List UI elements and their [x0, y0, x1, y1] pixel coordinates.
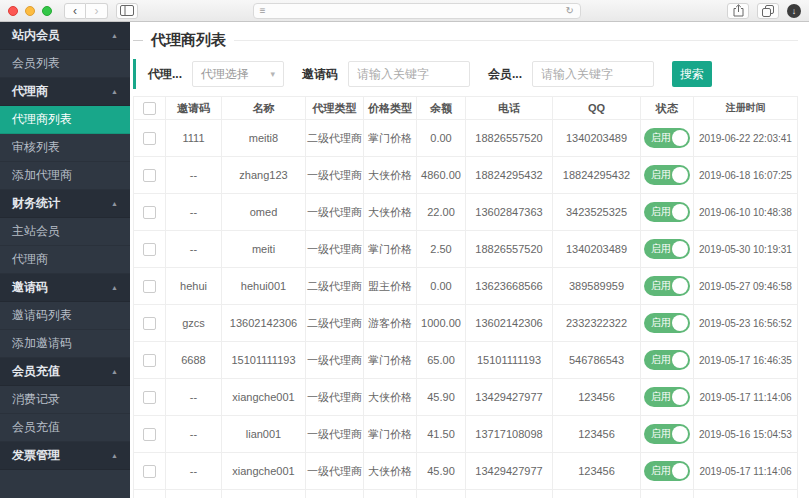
status-toggle-label: 启用 [651, 464, 671, 478]
table-row: 1111 meiti8 二级代理商 掌门价格 0.00 18826557520 … [134, 120, 797, 157]
tabs-overview-icon[interactable] [757, 3, 779, 19]
cell-price-type: 大侠价格 [364, 379, 417, 415]
cell-balance: 4860.00 [417, 157, 466, 193]
status-toggle-label: 启用 [651, 427, 671, 441]
table-row: hehui hehui001 二级代理商 盟主价格 0.00 136236685… [134, 268, 797, 305]
cell-price-type: 大侠价格 [364, 194, 417, 230]
sidebar-nav: 站内会员 ▲ 会员列表 代理商 ▲ 代理商列表 审核列表 [0, 22, 130, 498]
row-checkbox[interactable] [143, 391, 156, 404]
cell-qq: 2332322322 [553, 305, 641, 341]
sidebar-item[interactable]: 站内会员 ▲ [0, 22, 130, 50]
cell-price-type: 大侠价格 [364, 157, 417, 193]
table-row: -- xiangche001 一级代理商 大侠价格 45.90 13429427… [134, 379, 797, 416]
row-checkbox[interactable] [143, 354, 156, 367]
table-row: 6688 15101111193 一级代理商 掌门价格 65.00 151011… [134, 342, 797, 379]
status-toggle[interactable]: 启用 [644, 202, 690, 222]
sidebar-item-label: 会员充值 [12, 419, 60, 436]
collapse-arrow-icon: ▲ [111, 88, 118, 95]
sidebar-item[interactable]: 会员充值 ▲ [0, 358, 130, 386]
status-toggle-label: 启用 [651, 205, 671, 219]
row-checkbox[interactable] [143, 132, 156, 145]
share-icon[interactable] [727, 3, 749, 19]
collapse-arrow-icon: ▲ [111, 200, 118, 207]
sidebar-item-label: 添加邀请码 [12, 335, 72, 352]
sidebar-item[interactable]: 邀请码 ▲ [0, 274, 130, 302]
status-toggle[interactable]: 启用 [644, 165, 690, 185]
status-toggle-label: 启用 [651, 316, 671, 330]
row-checkbox[interactable] [143, 465, 156, 478]
cell-price-type: 掌门价格 [364, 120, 417, 156]
cell-price-type: 游客价格 [364, 305, 417, 341]
zoom-window-button[interactable] [42, 6, 52, 16]
history-nav: ‹ › [64, 3, 108, 19]
cell-agent-type: 一级代理商 [306, 194, 364, 230]
cell-name: lian001 [222, 490, 306, 498]
status-toggle[interactable]: 启用 [644, 313, 690, 333]
sidebar-item[interactable]: 代理商 [0, 246, 130, 274]
select-all-checkbox[interactable] [143, 102, 156, 115]
sidebar-item[interactable]: 发票管理 ▲ [0, 442, 130, 470]
page-title: 代理商列表 [151, 31, 226, 50]
col-header-reg-time: 注册时间 [694, 97, 797, 119]
col-header-name: 名称 [222, 97, 306, 119]
status-toggle-label: 启用 [651, 131, 671, 145]
member-input[interactable] [532, 61, 654, 87]
sidebar-item[interactable]: 添加代理商 [0, 162, 130, 190]
status-toggle[interactable]: 启用 [644, 128, 690, 148]
cell-phone: 18826557520 [466, 120, 553, 156]
cell-invite-code: -- [166, 453, 222, 489]
sidebar-item[interactable]: 代理商 ▲ [0, 78, 130, 106]
status-toggle[interactable]: 启用 [644, 461, 690, 481]
cell-agent-type: 一级代理商 [306, 453, 364, 489]
toggle-knob [672, 130, 688, 146]
sidebar-item[interactable]: 会员列表 [0, 50, 130, 78]
sidebar-item[interactable]: 消费记录 [0, 386, 130, 414]
sidebar-item[interactable]: 财务统计 ▲ [0, 190, 130, 218]
row-checkbox[interactable] [143, 280, 156, 293]
row-checkbox[interactable] [143, 243, 156, 256]
sidebar-item[interactable]: 邀请码列表 [0, 302, 130, 330]
forward-icon[interactable]: › [86, 3, 108, 19]
status-toggle[interactable]: 启用 [644, 387, 690, 407]
cell-price-type: 掌门价格 [364, 231, 417, 267]
col-header-status: 状态 [641, 97, 694, 119]
member-filter-label: 会员... [488, 66, 522, 83]
cell-qq: 123456 [553, 416, 641, 452]
sidebar-item-label: 代理商 [12, 251, 48, 268]
status-toggle[interactable]: 启用 [644, 424, 690, 444]
cell-agent-type: 一级代理商 [306, 342, 364, 378]
reader-icon[interactable]: ≡ [260, 5, 266, 16]
cell-price-type: 掌门价格 [364, 490, 417, 498]
search-button[interactable]: 搜索 [672, 61, 712, 87]
cell-reg-time: 2019-06-18 16:07:25 [694, 157, 797, 193]
cell-invite-code: -- [166, 416, 222, 452]
sidebar-item[interactable]: 审核列表 [0, 134, 130, 162]
invite-code-input[interactable] [348, 61, 470, 87]
address-bar[interactable]: ≡ ↻ [253, 3, 581, 19]
agent-select[interactable]: 代理选择 ▾ [192, 61, 284, 87]
downloads-icon[interactable]: ↓ [787, 4, 801, 18]
status-toggle[interactable]: 启用 [644, 276, 690, 296]
sidebar-item[interactable]: 会员充值 [0, 414, 130, 442]
collapse-arrow-icon: ▲ [111, 452, 118, 459]
cell-qq: 546786543 [553, 342, 641, 378]
sidebar-item[interactable]: 主站会员 [0, 218, 130, 246]
row-checkbox[interactable] [143, 206, 156, 219]
row-checkbox[interactable] [143, 169, 156, 182]
cell-agent-type: 一级代理商 [306, 231, 364, 267]
minimize-window-button[interactable] [25, 6, 35, 16]
sidebar-item[interactable]: 添加邀请码 [0, 330, 130, 358]
sidebar-item[interactable]: 代理商列表 [0, 106, 130, 134]
sidebar-item-label: 审核列表 [12, 139, 60, 156]
close-window-button[interactable] [8, 6, 18, 16]
back-icon[interactable]: ‹ [64, 3, 86, 19]
refresh-icon[interactable]: ↻ [565, 5, 573, 16]
sidebar-toggle-icon[interactable] [116, 3, 138, 19]
status-toggle[interactable]: 启用 [644, 350, 690, 370]
cell-price-type: 掌门价格 [364, 416, 417, 452]
cell-invite-code: gzcs [166, 305, 222, 341]
row-checkbox[interactable] [143, 428, 156, 441]
row-checkbox[interactable] [143, 317, 156, 330]
status-toggle[interactable]: 启用 [644, 239, 690, 259]
cell-phone: 13602142306 [466, 305, 553, 341]
